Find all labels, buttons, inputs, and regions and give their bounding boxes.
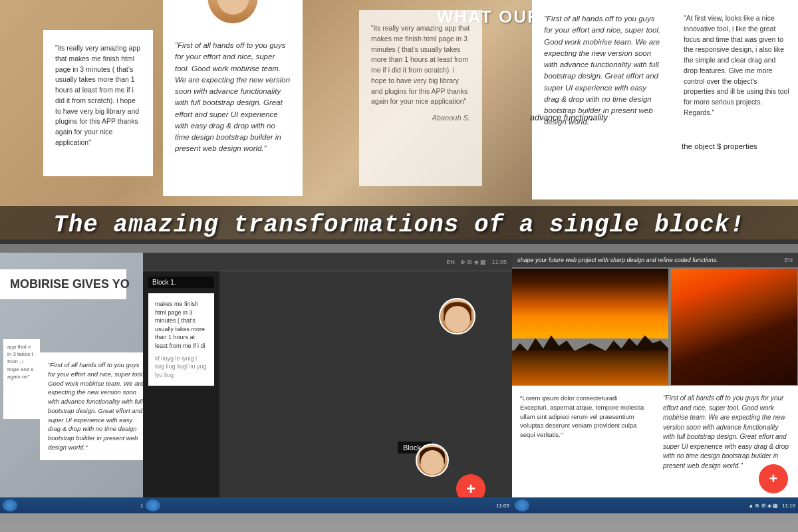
block-1-label: Block 1. [148, 277, 214, 288]
testimonial-name-3: Abanoub S. [371, 112, 470, 124]
taskbar-3: ▲ ⊕ ⊞ ◈ ▦ 11:10 [512, 497, 798, 513]
bottom-left-testimonial: "First of all hands off to you guys for … [40, 352, 153, 460]
bottom-left-section: MOBIRISE GIVES YO app that e in 3 takes … [0, 253, 156, 513]
testimonial-text-2: "First of all hands off to you guys for … [175, 40, 291, 155]
small-card-text: app that e in 3 takes t from , i hope an… [7, 343, 36, 380]
avatar-2 [416, 444, 449, 477]
avatar [208, 0, 258, 23]
avatar-2-face [421, 450, 444, 475]
editor-content: Block 1. makes me finish html page in 3 … [143, 271, 512, 513]
plus-button-right[interactable]: + [759, 464, 788, 493]
testimonial-text-4: "First of all hands off to you guys for … [544, 13, 663, 128]
main-headline-text: The amazing transformations of a single … [53, 211, 745, 239]
lorem-card: "Lorem ipsum dolor consecteturadi Except… [512, 386, 655, 499]
photo-sunset [512, 269, 668, 385]
editor-left-panel: Block 1. makes me finish html page in 3 … [143, 271, 219, 513]
small-card-left: app that e in 3 takes t from , i hope an… [3, 339, 40, 419]
testimonial-card-3: "its really very amazing app that makes … [359, 10, 482, 186]
center-editor: EN ⊕ ⊞ ◈ ▦ 11:05 Block 1. makes me finis… [143, 253, 512, 513]
start-button-1[interactable] [3, 499, 17, 511]
bottom-right-card-text-1: "First of all hands off to you guys for … [663, 394, 790, 471]
taskbar-time-3: 11:10 [782, 503, 795, 509]
testimonial-text-1: "its really very amazing app that makes … [55, 43, 141, 148]
object-text: the object $ properties [682, 142, 757, 150]
photo-water [671, 269, 797, 385]
water-reflection [512, 350, 668, 386]
editor-mini-card: makes me finish html page in 3 minutes (… [148, 293, 214, 386]
editor-icons-group: ⊕ ⊞ ◈ ▦ [460, 259, 487, 265]
editor-time: 11:05 [491, 259, 507, 265]
testimonial-card-4: "First of all hands off to you guys for … [532, 0, 675, 200]
subtitle-bar: shape your future web project with sharp… [512, 253, 798, 267]
editor-main-area: Block 6 + [219, 271, 512, 513]
subtitle-lang: EN [784, 257, 793, 263]
advance-text: advance functionality [530, 113, 608, 122]
card-2-content: "First of all hands off to you guys for … [175, 40, 291, 155]
taskbar-time-2: 11:05 [496, 503, 509, 509]
editor-toolbar: EN ⊕ ⊞ ◈ ▦ 11:05 [143, 253, 512, 271]
testimonial-text-3: "its really very amazing app that makes … [371, 23, 470, 107]
avatar-1-face [445, 306, 470, 332]
testimonial-card-2: "First of all hands off to you guys for … [163, 0, 303, 196]
start-button-3[interactable] [515, 499, 529, 511]
start-button-2[interactable] [146, 499, 160, 511]
testimonial-text-5: "At first view, looks like a nice innova… [684, 13, 789, 118]
mini-card-lorem: kf liuyg lo lyuig l luig liug liugl liu … [155, 354, 207, 380]
taskbar-1: 11:05 [0, 497, 156, 513]
face [217, 0, 249, 15]
water-art [671, 269, 797, 385]
taskbar-2: 11:05 [143, 497, 512, 513]
mobirise-banner: MOBIRISE GIVES YO [0, 269, 126, 299]
photo-row [512, 269, 798, 385]
editor-lang: EN [446, 259, 455, 265]
avatar-1 [439, 298, 475, 334]
mobirise-title: MOBIRISE GIVES YO [10, 277, 130, 291]
taskbar-right-icons: ▲ ⊕ ⊞ ◈ ▦ [748, 503, 778, 509]
right-side: shape your future web project with sharp… [512, 253, 798, 513]
sunset-sky [512, 269, 668, 338]
testimonial-card-5: "At first view, looks like a nice innova… [672, 0, 798, 200]
mini-card-text: makes me finish html page in 3 minutes (… [155, 300, 207, 350]
main-headline-banner: The amazing transformations of a single … [0, 206, 798, 244]
subtitle-text: shape your future web project with sharp… [517, 257, 718, 263]
sunset-art [512, 269, 668, 385]
lorem-card-text: "Lorem ipsum dolor consecteturadi Except… [520, 394, 647, 440]
water-gradient [671, 269, 797, 385]
testimonial-card-1: "its really very amazing app that makes … [43, 30, 153, 176]
bottom-left-testimonial-text: "First of all hands off to you guys for … [48, 360, 145, 452]
